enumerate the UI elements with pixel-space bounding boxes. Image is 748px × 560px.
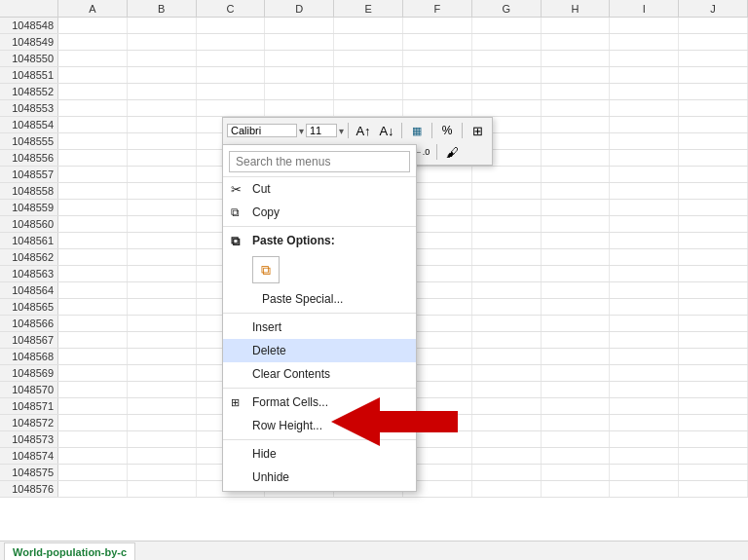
cell[interactable]: [128, 349, 197, 364]
cell[interactable]: [679, 216, 748, 232]
cell[interactable]: [128, 332, 197, 348]
context-menu-clear-contents[interactable]: Clear Contents: [223, 362, 416, 386]
cell[interactable]: [542, 216, 611, 232]
cell[interactable]: [472, 51, 542, 66]
cell[interactable]: [58, 183, 128, 199]
cell[interactable]: [128, 51, 197, 66]
cell[interactable]: [472, 167, 542, 182]
cell[interactable]: [679, 249, 748, 265]
cell[interactable]: [679, 150, 748, 166]
cell[interactable]: [58, 316, 128, 331]
cell[interactable]: [542, 415, 611, 430]
cell[interactable]: [679, 332, 748, 348]
cell[interactable]: [472, 266, 542, 281]
cell[interactable]: [58, 133, 128, 149]
cell[interactable]: [679, 481, 748, 497]
cell[interactable]: [58, 67, 128, 83]
cell[interactable]: [610, 249, 679, 265]
cell[interactable]: [128, 316, 197, 331]
cell[interactable]: [128, 448, 197, 464]
percent-button[interactable]: %: [436, 121, 458, 140]
cell[interactable]: [197, 100, 266, 116]
cell[interactable]: [472, 183, 542, 199]
cell[interactable]: [128, 150, 197, 166]
cell[interactable]: [610, 117, 679, 132]
cell[interactable]: [542, 183, 611, 199]
cell[interactable]: [610, 448, 679, 464]
cell[interactable]: [679, 316, 748, 331]
cell[interactable]: [58, 117, 128, 132]
cell[interactable]: [542, 398, 611, 414]
cell[interactable]: [542, 150, 611, 166]
cell[interactable]: [679, 382, 748, 397]
cell[interactable]: [58, 100, 128, 116]
cell[interactable]: [610, 398, 679, 414]
cell[interactable]: [58, 150, 128, 166]
cell[interactable]: [128, 67, 197, 83]
cell[interactable]: [472, 200, 542, 215]
cell[interactable]: [679, 465, 748, 480]
cell[interactable]: [610, 299, 679, 315]
cell[interactable]: [58, 481, 128, 497]
cell[interactable]: [610, 150, 679, 166]
cell[interactable]: [610, 349, 679, 364]
context-menu-delete[interactable]: Delete: [223, 339, 416, 362]
context-menu-cut[interactable]: ✂ Cut: [223, 177, 416, 201]
cell[interactable]: [58, 266, 128, 281]
cell[interactable]: [610, 266, 679, 281]
cell[interactable]: [542, 465, 611, 480]
cell[interactable]: [58, 34, 128, 50]
cell[interactable]: [58, 299, 128, 315]
cell[interactable]: [197, 67, 266, 83]
cell[interactable]: [58, 167, 128, 182]
cell[interactable]: [610, 316, 679, 331]
cell[interactable]: [472, 84, 542, 99]
cell[interactable]: [128, 398, 197, 414]
cell[interactable]: [128, 34, 197, 50]
cell[interactable]: [679, 167, 748, 182]
cell[interactable]: [542, 117, 611, 132]
cell[interactable]: [542, 233, 611, 248]
format-painter-button[interactable]: 🖌: [441, 142, 463, 162]
cell[interactable]: [334, 18, 403, 33]
cell[interactable]: [610, 167, 679, 182]
cell[interactable]: [679, 133, 748, 149]
cell[interactable]: [128, 117, 197, 132]
cell[interactable]: [610, 18, 679, 33]
cell[interactable]: [128, 183, 197, 199]
cell[interactable]: [610, 34, 679, 50]
cell[interactable]: [679, 398, 748, 414]
cell[interactable]: [542, 34, 611, 50]
cell[interactable]: [265, 51, 334, 66]
sheet-tab[interactable]: World-population-by-c: [4, 542, 135, 560]
cell[interactable]: [128, 167, 197, 182]
cell[interactable]: [610, 133, 679, 149]
cell[interactable]: [542, 448, 611, 464]
cell[interactable]: [679, 67, 748, 83]
cell[interactable]: [542, 382, 611, 397]
context-menu-paste-special[interactable]: Paste Special...: [223, 287, 416, 311]
cell[interactable]: [334, 34, 403, 50]
cell[interactable]: [197, 34, 266, 50]
font-grow-button[interactable]: A↑: [353, 121, 374, 140]
paste-default-button[interactable]: ⧉: [252, 256, 280, 283]
cell[interactable]: [472, 398, 542, 414]
cell[interactable]: [610, 465, 679, 480]
cell[interactable]: [679, 200, 748, 215]
font-shrink-button[interactable]: A↓: [376, 121, 397, 140]
cell[interactable]: [403, 18, 472, 33]
font-name-input[interactable]: [227, 124, 297, 137]
cell[interactable]: [58, 465, 128, 480]
cell[interactable]: [542, 282, 611, 298]
cell[interactable]: [265, 84, 334, 99]
cell[interactable]: [472, 481, 542, 497]
cell[interactable]: [610, 200, 679, 215]
cell[interactable]: [128, 216, 197, 232]
cell[interactable]: [679, 365, 748, 381]
cell[interactable]: [128, 365, 197, 381]
cell[interactable]: [610, 183, 679, 199]
cell[interactable]: [610, 84, 679, 99]
cell[interactable]: [58, 18, 128, 33]
cell[interactable]: [265, 67, 334, 83]
cell[interactable]: [472, 249, 542, 265]
